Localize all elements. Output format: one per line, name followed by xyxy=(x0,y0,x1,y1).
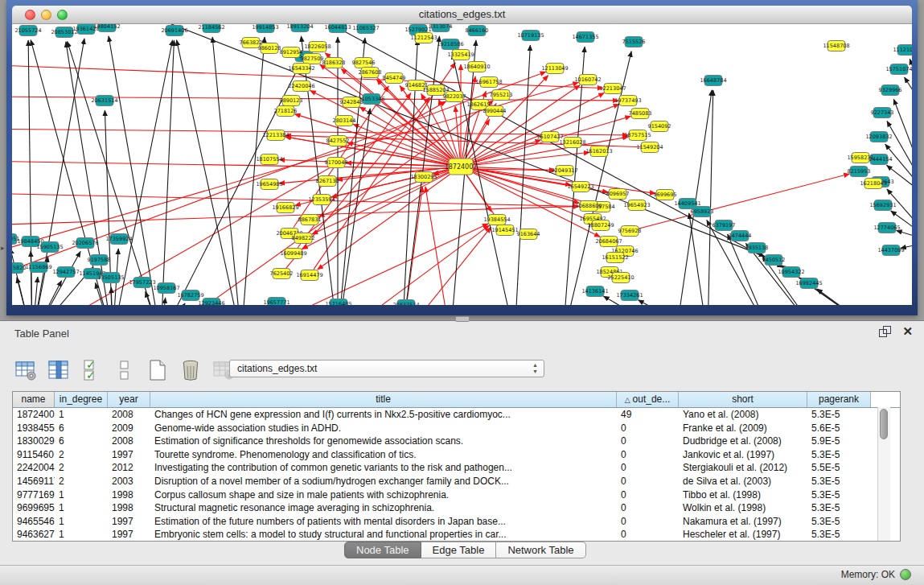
table-cell[interactable]: 18724007 xyxy=(13,408,55,422)
table-cell[interactable]: 9115460 xyxy=(13,448,55,462)
table-scrollbar[interactable] xyxy=(877,407,890,541)
graph-node[interactable]: 2935138 xyxy=(745,243,769,253)
table-cell[interactable]: 5.3E-5 xyxy=(807,515,871,529)
column-header-out_de[interactable]: △out_de... xyxy=(617,392,679,407)
edge[interactable] xyxy=(639,300,708,305)
table-cell[interactable]: 0 xyxy=(617,488,679,502)
graph-node[interactable]: 18757515 xyxy=(624,130,651,141)
graph-node[interactable]: 9822037 xyxy=(443,92,466,102)
graph-node[interactable]: 8186328 xyxy=(322,58,346,68)
edge[interactable] xyxy=(17,278,32,305)
table-cell[interactable]: 5.3E-5 xyxy=(807,528,871,542)
table-cell[interactable]: Yano et al. (2008) xyxy=(679,408,807,422)
table-cell[interactable]: 2 xyxy=(55,448,108,462)
table-row[interactable]: 1830029562008Estimation of significance … xyxy=(13,435,900,448)
table-cell[interactable]: 1 xyxy=(55,515,108,529)
edge[interactable] xyxy=(465,172,491,212)
graph-node[interactable]: 19657771 xyxy=(263,298,290,306)
table-cell[interactable]: 2003 xyxy=(108,475,150,488)
table-row[interactable]: 2242004622012Investigating the contribut… xyxy=(13,461,900,475)
graph-node[interactable]: 19384554 xyxy=(483,215,510,225)
table-cell[interactable]: 9465546 xyxy=(13,515,55,529)
edge[interactable] xyxy=(905,77,912,121)
graph-node[interactable]: 12942757 xyxy=(52,267,79,278)
edge[interactable] xyxy=(161,298,166,305)
graph-node[interactable]: 12774065 xyxy=(873,223,900,233)
graph-node[interactable]: 8267130 xyxy=(316,176,339,187)
table-cell[interactable]: Jankovic et al. (1997) xyxy=(679,448,807,462)
table-body[interactable]: 1872400712008Changes of HCN gene express… xyxy=(13,408,900,542)
edge[interactable] xyxy=(109,36,161,305)
graph-node[interactable]: 11212543 xyxy=(410,33,437,43)
table-cell[interactable]: 5.3E-5 xyxy=(807,501,871,515)
table-cell[interactable]: 1998 xyxy=(108,501,150,515)
graph-node[interactable]: 11121074 xyxy=(893,45,912,56)
table-cell[interactable]: 1 xyxy=(55,408,108,422)
edge[interactable] xyxy=(161,40,174,305)
table-cell[interactable]: 0 xyxy=(617,435,679,448)
column-header-name[interactable]: name xyxy=(13,392,55,407)
graph-node[interactable]: 18913204 xyxy=(286,24,313,32)
graph-node[interactable]: 12213384 xyxy=(262,130,289,141)
table-cell[interactable]: Nakamura et al. (1997) xyxy=(679,515,807,529)
graph-node[interactable]: 14671355 xyxy=(572,32,598,43)
edge[interactable] xyxy=(12,193,592,207)
edge[interactable] xyxy=(885,144,912,201)
graph-node[interactable]: 9827509 xyxy=(301,54,324,64)
table-row[interactable]: 1872400712008Changes of HCN gene express… xyxy=(13,408,900,422)
graph-node[interactable]: 16992445 xyxy=(795,278,822,289)
graph-node[interactable]: 19654923 xyxy=(623,200,650,211)
graph-node[interactable]: 9197588 xyxy=(88,255,111,266)
column-header-year[interactable]: year xyxy=(108,392,150,407)
window-titlebar[interactable]: citations_edges.txt xyxy=(12,6,912,24)
graph-node[interactable]: 8466160 xyxy=(466,26,489,36)
graph-node[interactable]: 12923446 xyxy=(198,299,224,306)
graph-node[interactable]: 9890123 xyxy=(280,96,303,106)
edge[interactable] xyxy=(359,107,454,163)
table-cell[interactable]: 1997 xyxy=(108,515,150,529)
graph-node[interactable]: 19914853 xyxy=(252,24,278,33)
column-header-pagerank[interactable]: pagerank xyxy=(807,392,871,407)
graph-node[interactable]: 13216028 xyxy=(559,138,585,148)
graph-node[interactable]: 8867831 xyxy=(298,215,322,225)
graph-node[interactable]: 16549223 xyxy=(567,182,593,192)
graph-node[interactable]: 6958923 xyxy=(691,207,714,217)
table-cell[interactable]: Disruption of a novel member of a sodium… xyxy=(150,475,617,488)
table-cell[interactable]: Investigating the contribution of common… xyxy=(150,461,617,475)
table-cell[interactable]: Structural magnetic resonance image aver… xyxy=(150,501,617,515)
graph-node[interactable]: 7485083 xyxy=(629,109,652,119)
table-row[interactable]: 1938455462009Genome-wide association stu… xyxy=(13,422,900,435)
graph-node[interactable]: 20691406 xyxy=(161,26,187,36)
table-cell[interactable]: Embryonic stem cells: a model to study s… xyxy=(150,528,617,542)
scrollbar-thumb[interactable] xyxy=(880,409,888,439)
edge[interactable] xyxy=(212,37,241,305)
table-cell[interactable]: 2008 xyxy=(108,435,150,448)
close-panel-icon[interactable]: ✕ xyxy=(902,325,913,337)
graph-node[interactable]: 16914479 xyxy=(296,270,322,281)
graph-node[interactable]: 20837514 xyxy=(392,300,419,306)
graph-node[interactable]: 9827546 xyxy=(352,58,376,68)
table-header[interactable]: namein_degreeyeartitle△out_de...shortpag… xyxy=(13,392,900,408)
graph-node[interactable]: 20631514 xyxy=(91,96,117,106)
table-settings-icon[interactable] xyxy=(14,359,37,381)
graph-node[interactable]: 9450512 xyxy=(762,255,786,266)
graph-node[interactable]: 7515526 xyxy=(622,37,646,47)
graph-node[interactable]: 15716485 xyxy=(325,299,351,306)
edge[interactable] xyxy=(421,94,458,161)
table-cell[interactable]: de Silva et al. (2003) xyxy=(679,475,807,488)
graph-node[interactable]: 16782759 xyxy=(177,290,203,301)
graph-node[interactable]: 16099489 xyxy=(280,249,306,259)
graph-node[interactable]: 19166829 xyxy=(272,203,298,213)
graph-node[interactable]: 16162013 xyxy=(585,146,612,157)
graph-node[interactable]: 16151522 xyxy=(602,253,628,263)
graph-node[interactable]: 16648784 xyxy=(700,76,726,86)
table-cell[interactable]: 0 xyxy=(617,501,679,515)
edge[interactable] xyxy=(177,40,241,305)
graph-node[interactable]: 22420046 xyxy=(288,81,314,92)
table-row[interactable]: 1456911722003Disruption of a novel membe… xyxy=(13,475,900,488)
table-cell[interactable]: 0 xyxy=(617,422,679,435)
table-row[interactable]: 946554611997Estimation of the future num… xyxy=(13,515,900,529)
graph-node[interactable]: 12353594 xyxy=(308,195,335,205)
table-cell[interactable]: Genome-wide association studies in ADHD. xyxy=(150,422,617,435)
edge[interactable] xyxy=(111,287,113,305)
